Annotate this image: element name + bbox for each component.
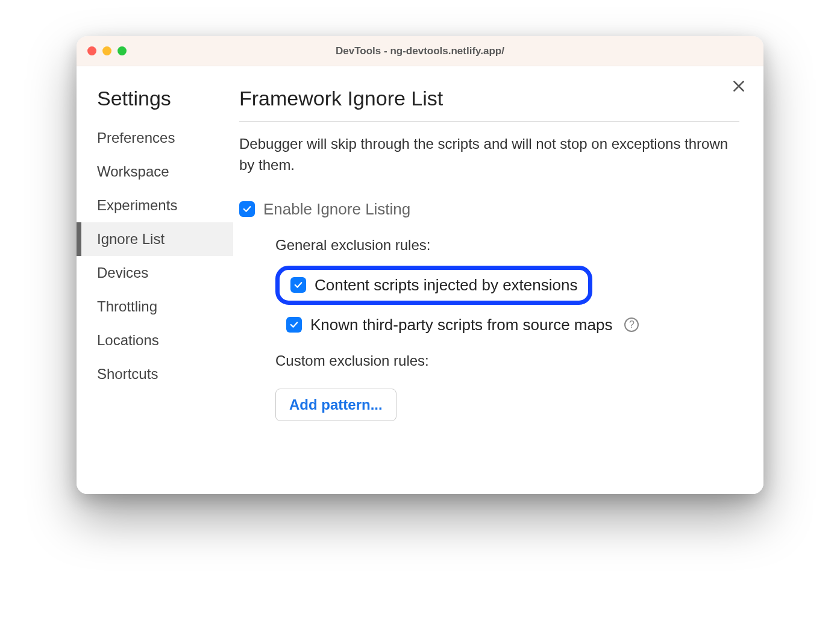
- sidebar-item-shortcuts[interactable]: Shortcuts: [77, 357, 233, 391]
- third-party-row: Known third-party scripts from source ma…: [275, 316, 739, 334]
- custom-rules-label: Custom exclusion rules:: [275, 352, 739, 369]
- content-scripts-label: Content scripts injected by extensions: [315, 276, 577, 295]
- settings-window: DevTools - ng-devtools.netlify.app/ Sett…: [77, 36, 763, 494]
- check-icon: [289, 319, 299, 330]
- sidebar-item-workspace[interactable]: Workspace: [77, 155, 233, 189]
- check-icon: [242, 204, 252, 214]
- content-scripts-highlight: Content scripts injected by extensions: [275, 266, 592, 305]
- check-icon: [293, 280, 304, 290]
- sidebar-item-locations[interactable]: Locations: [77, 324, 233, 357]
- add-pattern-button[interactable]: Add pattern...: [275, 389, 396, 421]
- sidebar-item-devices[interactable]: Devices: [77, 256, 233, 290]
- enable-ignore-listing-row: Enable Ignore Listing: [239, 200, 739, 219]
- close-icon: [731, 78, 747, 94]
- general-rules-label: General exclusion rules:: [275, 237, 739, 254]
- sidebar-item-throttling[interactable]: Throttling: [77, 290, 233, 324]
- window-title: DevTools - ng-devtools.netlify.app/: [77, 45, 763, 57]
- settings-sidebar: Settings Preferences Workspace Experimen…: [77, 66, 233, 494]
- enable-ignore-listing-label: Enable Ignore Listing: [263, 200, 410, 219]
- window-minimize-button[interactable]: [102, 46, 111, 55]
- window-close-button[interactable]: [87, 46, 96, 55]
- third-party-checkbox[interactable]: [286, 317, 302, 333]
- sidebar-item-preferences[interactable]: Preferences: [77, 121, 233, 155]
- content-area: Settings Preferences Workspace Experimen…: [77, 66, 763, 494]
- traffic-lights: [87, 46, 127, 55]
- content-scripts-checkbox[interactable]: [290, 277, 306, 293]
- enable-ignore-listing-checkbox[interactable]: [239, 201, 255, 217]
- page-description: Debugger will skip through the scripts a…: [239, 134, 739, 176]
- content-scripts-row: Content scripts injected by extensions: [275, 266, 739, 305]
- close-settings-button[interactable]: [731, 78, 747, 96]
- sidebar-item-experiments[interactable]: Experiments: [77, 189, 233, 222]
- window-maximize-button[interactable]: [118, 46, 127, 55]
- third-party-label: Known third-party scripts from source ma…: [310, 316, 612, 334]
- page-title: Framework Ignore List: [239, 87, 739, 122]
- settings-main-panel: Framework Ignore List Debugger will skip…: [233, 66, 763, 494]
- sidebar-title: Settings: [77, 87, 233, 121]
- titlebar: DevTools - ng-devtools.netlify.app/: [77, 36, 763, 66]
- sidebar-item-ignore-list[interactable]: Ignore List: [77, 222, 233, 256]
- help-icon[interactable]: ?: [624, 317, 639, 332]
